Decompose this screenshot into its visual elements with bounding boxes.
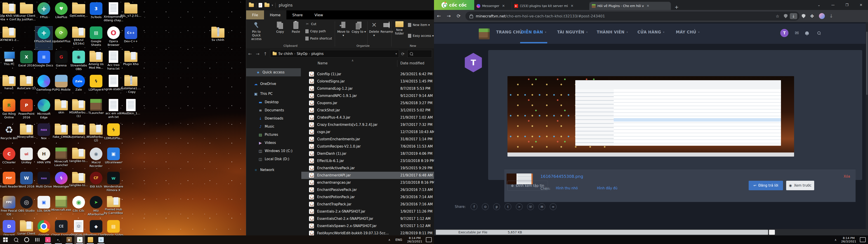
- desktop-icon-tlauncher[interactable]: TLauncher: [88, 99, 105, 122]
- sidebar-item-downloads[interactable]: ↓Downloads: [246, 114, 301, 122]
- file-row-enchantpassivepack-jar[interactable]: EnchantPassivePack.jar26/3/2016 7:13 AM: [301, 186, 434, 193]
- copy-button[interactable]: Copy: [273, 21, 287, 33]
- sidebar-item-pictures[interactable]: ▨Pictures: [246, 130, 301, 139]
- file-row-coinflip-1-jar[interactable]: Coinflip (1).jar26/3/2021 6:42 PM: [301, 70, 434, 78]
- desktop-icon-msi-afterburner[interactable]: ➤MSI Afterburner: [88, 196, 105, 219]
- desktop-icon-google-sheets[interactable]: ▤Google Sheets: [88, 26, 105, 50]
- desktop-icon-skin[interactable]: skin: [53, 99, 70, 122]
- desktop-icon-9azul-3-16x[interactable]: §9Azul §3[16x]: [70, 26, 87, 50]
- desktop-icon-zalo[interactable]: ZaloZalo: [70, 75, 87, 98]
- address-dropdown-icon[interactable]: ▾: [396, 52, 397, 55]
- desktop-icon-msiafterbu-1[interactable]: MSIAfterbu... (1): [70, 99, 87, 122]
- tab-close-icon[interactable]: ✕: [646, 4, 650, 8]
- desktop-icon-microsoft-edge[interactable]: Microsoft Edge: [35, 99, 53, 122]
- desktop-icon-obs-studio[interactable]: ◎OBS Studio: [18, 196, 35, 219]
- new-tab-button[interactable]: +: [671, 4, 682, 10]
- desktop-icon-desktop-ini[interactable]: ⚙desktop.ini: [70, 220, 87, 236]
- address-input[interactable]: Sv chính›SkyOp›plugins ▾: [270, 50, 399, 58]
- insert-thumbnail-link[interactable]: Hình thu nhỏ: [556, 186, 578, 190]
- desktop-icon-streamlabs-obs[interactable]: ◉Streamlabs OBS: [70, 51, 87, 74]
- tab-153-plugins-t-o-kit-server-mi[interactable]: ▶(153) plugins tạo kit server mi✕: [512, 2, 590, 10]
- file-row-csgo-jar[interactable]: csgo.jar12/7/2018 10:43 AM: [301, 128, 434, 135]
- desktop-icon-tanglike-to[interactable]: tanglike-to...: [70, 148, 87, 171]
- sidebar-item-network[interactable]: ⌗Network: [246, 166, 301, 174]
- desktop-icon-among-us-mod-me[interactable]: Among Us Mod Me...: [88, 51, 105, 74]
- bookmark-star-icon[interactable]: ☆: [776, 14, 779, 19]
- browser-reload-icon[interactable]: ⟳: [457, 13, 461, 19]
- desktop-icon-hana1[interactable]: hana1: [0, 75, 18, 98]
- desktop-icon-ultraviewer[interactable]: ▣UltraViewer: [105, 148, 122, 171]
- desktop-icon-autohana1-copy[interactable]: AutoHana1.... - Copy: [122, 75, 140, 98]
- desktop-icon-free-pascal-ide[interactable]: FPCFree Pascal IDE: [0, 196, 18, 219]
- cut-button[interactable]: ✂Cut: [305, 21, 316, 27]
- sidebar-item-windows-10-c[interactable]: ◫Windows 10 (C:): [246, 147, 301, 155]
- qat-properties-icon[interactable]: ✓: [258, 3, 262, 7]
- minecraft-crafting-table[interactable]: ▦: [64, 236, 74, 244]
- file-row-essentialschat-2-x-snapshot-jar[interactable]: EssentialsChat-2.x-SNAPSHOT.jar9/7/2017 …: [301, 215, 434, 222]
- desktop-icon-c-c-c-c[interactable]: ◉Cốc Cốc: [70, 196, 87, 219]
- desktop-icon-getcookie[interactable]: GetCookie...: [70, 2, 87, 26]
- qat-newfolder-icon[interactable]: [265, 3, 270, 7]
- file-row-customenchantments-jar[interactable]: CustomEnchantments.jar31/8/2017 1:14 PM: [301, 135, 434, 143]
- reply-editor[interactable]: 1616764455308.png Chèn: Hình thu nhỏ Hìn…: [488, 50, 862, 180]
- sidebar-item-videos[interactable]: ▶Videos: [246, 139, 301, 147]
- file-row-enchantactivepack-jar[interactable]: EnchantActivePack.jar19/5/2015 9:29 PM: [301, 164, 434, 172]
- twitter-icon[interactable]: ➢: [516, 203, 523, 210]
- horizontal-scrollbar[interactable]: Executable Jar File 5,657 KB: [436, 230, 768, 235]
- paste-shortcut-button[interactable]: Paste shortcut: [305, 36, 332, 41]
- action-center-icon[interactable]: [426, 237, 432, 242]
- desktop-icon-unikey[interactable]: uiUniKey: [18, 148, 35, 171]
- copy-path-button[interactable]: Copy path: [305, 28, 326, 34]
- downloads-tray-icon[interactable]: ↓: [829, 13, 833, 19]
- browser-forward-icon[interactable]: →: [447, 13, 451, 19]
- desktop-icon-minecraftw[interactable]: MinecraftW...: [18, 123, 35, 147]
- tab-search-icon[interactable]: ⌄: [812, 3, 826, 7]
- file-row-crazy-enchantments-v1-7-9-2-4-ja[interactable]: Crazy Enchantments[v1.7.9.2.4].jar19/7/2…: [301, 121, 434, 128]
- clock[interactable]: 8:14 PM26/3/2021: [407, 236, 422, 243]
- link-icon[interactable]: ∞: [550, 203, 557, 210]
- desktop-icon-gameloop[interactable]: Gameloop: [35, 75, 53, 98]
- desktop-icon-tanglike-to[interactable]: tanglike-to...: [70, 172, 87, 195]
- delete-button[interactable]: ✕ Delete ▾: [368, 21, 380, 37]
- up-button[interactable]: ↑: [264, 51, 267, 56]
- desktop-icon-hma-vpn[interactable]: HHMA VPN: [35, 148, 53, 171]
- editor-avatar[interactable]: T: [464, 53, 483, 72]
- desktop-icon-msiafterbu-2[interactable]: MSIAfterbu... (2): [88, 123, 105, 147]
- nav-m-y-ch[interactable]: MÁY CHỦ▾: [676, 30, 700, 34]
- tumblr-icon[interactable]: t: [504, 203, 511, 210]
- nav-th-nh-vi-n[interactable]: THÀNH VIÊN▾: [597, 30, 628, 34]
- file-row-cratesplus-4-4-3-jar[interactable]: CratesPlus-4.4.3.jar21/9/2017 1:02 AM: [301, 114, 434, 121]
- sidebar-item-local-disk-d[interactable]: ◫Local Disk (D:): [246, 155, 301, 163]
- sidebar-item-quick-access[interactable]: ★Quick access: [246, 68, 301, 77]
- breadcrumb-plugins[interactable]: plugins: [310, 52, 325, 56]
- browser-back-icon[interactable]: ←: [437, 13, 441, 19]
- sidebar-item-documents[interactable]: ≡Documents: [246, 106, 301, 114]
- scrollbar-corner[interactable]: [769, 230, 775, 235]
- tab-close-icon[interactable]: ✕: [569, 4, 575, 8]
- desktop-icon-t-k-ch[interactable]: CFĐột kích: [88, 172, 105, 195]
- post-reply-button[interactable]: ↩ Đăng trả lời: [749, 181, 783, 190]
- preview-button[interactable]: ◉ Xem trước: [786, 181, 814, 190]
- refresh-icon[interactable]: ⟳: [401, 52, 405, 56]
- desktop-icon-skynew1-2[interactable]: SKYNEW1-2...: [0, 26, 18, 50]
- attachment-filename-link[interactable]: 1616764455308.png: [540, 174, 583, 179]
- coc-coc-browser[interactable]: ◉: [74, 236, 85, 244]
- desktop-icon-word-2016[interactable]: WWord 2016: [18, 172, 35, 195]
- close-button[interactable]: ✕: [854, 3, 868, 7]
- desktop-icon-dev-c[interactable]: C++Dev-C++: [122, 26, 140, 50]
- desktop-icon-recycle-bin[interactable]: ♻Recycle Bin: [0, 123, 18, 147]
- file-row-enchantpotionpack-jar[interactable]: EnchantPotionPack.jar26/3/2016 7:14 AM: [301, 193, 434, 201]
- desktop-icon-badlion-client[interactable]: ◆Badlion Client: [88, 220, 105, 236]
- sidebar-item-onedrive[interactable]: ☁OneDrive: [246, 80, 301, 88]
- forum-search-icon[interactable]: [815, 30, 820, 35]
- desktop-icon-autocare-1[interactable]: AutoCare (1): [18, 75, 35, 98]
- desktop-icon-sv-ch-nh[interactable]: Sv chính: [209, 26, 226, 50]
- paste-button[interactable]: Paste: [289, 21, 303, 33]
- file-row-coupons-jar[interactable]: Coupons.jar25/6/2018 3:27 PM: [301, 99, 434, 106]
- file-row-essentials-2-x-snapshot-jar[interactable]: Essentials-2.x-SNAPSHOT.jar1/9/2017 11:2…: [301, 208, 434, 215]
- easy-access-button[interactable]: Easy access ▾: [408, 33, 434, 38]
- cortana-button[interactable]: [21, 236, 32, 244]
- breadcrumb-sv-ch-nh[interactable]: Sv chính: [277, 52, 294, 56]
- desktop-icon-ngrok-stabl[interactable]: ngrok-stabl...: [105, 75, 122, 98]
- menu-tab-home[interactable]: Home: [264, 10, 286, 20]
